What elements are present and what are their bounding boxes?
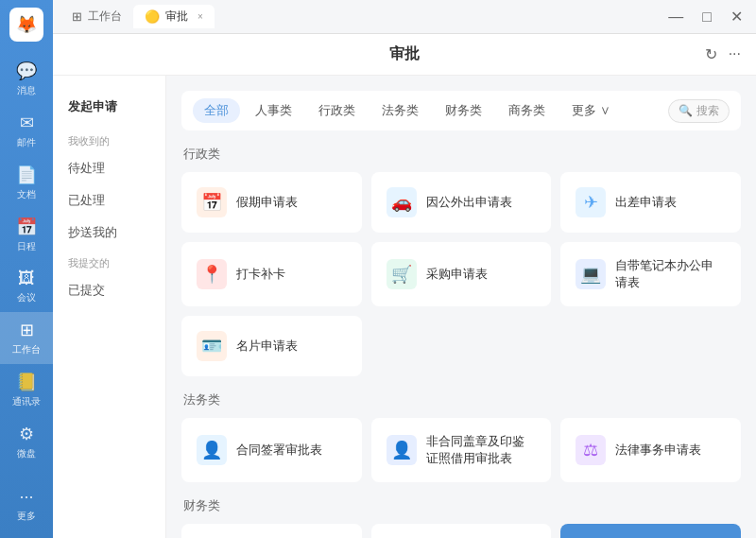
sidebar-item-mail[interactable]: ✉ 邮件 [0,105,53,157]
app-header: 审批 ↻ ··· [53,34,756,76]
search-placeholder: 搜索 [696,103,719,119]
filter-tab-all[interactable]: 全部 [193,98,240,123]
card-official-trip[interactable]: 🚗 因公外出申请表 [371,172,552,233]
meeting-icon: 🖼 [18,269,35,288]
filter-tab-admin[interactable]: 行政类 [307,98,367,123]
card-namecard[interactable]: 🪪 名片申请表 [181,316,362,376]
namecard-icon: 🪪 [197,331,227,361]
card-vacation[interactable]: 📅 假期申请表 [181,172,362,233]
minimize-button[interactable]: — [662,7,689,27]
right-content: 全部 人事类 行政类 法务类 财务类 商务类 更多 ∨ 🔍 搜索 行政类 📅 [166,76,756,538]
laptop-icon: 💻 [576,259,606,289]
search-icon: 🔍 [679,104,693,117]
sidebar-label-contacts: 通讯录 [12,395,41,408]
filter-tab-finance[interactable]: 财务类 [434,98,493,123]
more-actions-button[interactable]: ··· [729,45,741,63]
sidebar-label-workspace: 工作台 [12,343,41,356]
nav-item-processed[interactable]: 已处理 [53,184,165,217]
sidebar-item-meeting[interactable]: 🖼 会议 [0,261,53,312]
card-contract[interactable]: 👤 合同签署审批表 [181,418,362,482]
more-icon: ··· [19,487,33,507]
business-trip-icon: ✈ [576,187,606,217]
doc-icon: 📄 [16,165,37,185]
checkin-icon: 📍 [197,259,227,289]
card-official-trip-label: 因公外出申请表 [426,194,512,211]
card-laptop[interactable]: 💻 自带笔记本办公申请表 [560,242,741,306]
nav-item-pending[interactable]: 待处理 [53,152,165,184]
sidebar-item-disk[interactable]: ⚙ 微盘 [0,416,53,468]
card-namecard-label: 名片申请表 [236,338,298,355]
tab-workspace-label: 工作台 [88,9,122,25]
maximize-button[interactable]: □ [696,7,717,27]
card-checkin-label: 打卡补卡 [236,266,285,283]
card-archive[interactable]: ✅ 财务档案借用审批表 [560,524,741,538]
tab-approval-label: 审批 [165,9,188,25]
finance-card-grid: 💰 借款申请单 🏠 支出凭单 ✅ 财务档案借用审批表 ✈ 差旅费报销单 [181,524,741,538]
tab-approval[interactable]: 🟡 审批 × [133,5,215,28]
main-area: ⊞ 工作台 🟡 审批 × — □ ✕ 审批 ↻ ··· 发起申请 我收到的 待处… [53,0,756,538]
refresh-button[interactable]: ↻ [705,45,717,63]
category-legal: 法务类 👤 合同签署审批表 👤 非合同盖章及印鉴证照借用审批表 ⚖ 法律事务申请… [181,391,741,482]
sidebar-item-more[interactable]: ··· 更多 [0,479,53,530]
card-expense[interactable]: 🏠 支出凭单 [371,524,552,538]
nav-item-submitted[interactable]: 已提交 [53,274,165,306]
card-seal[interactable]: 👤 非合同盖章及印鉴证照借用审批表 [371,418,552,482]
workspace-tab-icon: ⊞ [72,9,82,24]
sidebar-label-mail: 邮件 [17,136,36,149]
card-business-trip-label: 出差申请表 [615,194,677,211]
card-loan[interactable]: 💰 借款申请单 [181,524,362,538]
approval-tab-icon: 🟡 [145,9,160,24]
category-finance: 财务类 💰 借款申请单 🏠 支出凭单 ✅ 财务档案借用审批表 [181,497,741,538]
titlebar-controls: — □ ✕ [662,6,748,27]
disk-icon: ⚙ [19,424,34,444]
card-legal-label: 法律事务申请表 [615,442,701,459]
content-area: 发起申请 我收到的 待处理 已处理 抄送我的 我提交的 已提交 全部 人事类 行… [53,76,756,538]
official-trip-icon: 🚗 [387,187,417,217]
filter-tab-hr[interactable]: 人事类 [244,98,303,123]
titlebar: ⊞ 工作台 🟡 审批 × — □ ✕ [53,0,756,34]
purchase-icon: 🛒 [387,259,417,289]
app-logo: 🦊 [9,8,43,42]
sidebar-item-calendar[interactable]: 📅 日程 [0,209,53,261]
filter-tab-more[interactable]: 更多 ∨ [560,98,622,123]
filter-bar: 全部 人事类 行政类 法务类 财务类 商务类 更多 ∨ 🔍 搜索 [181,91,741,130]
contract-icon: 👤 [197,435,227,465]
workspace-icon: ⊞ [20,320,34,340]
mail-icon: ✉ [20,113,34,133]
filter-tab-legal[interactable]: 法务类 [370,98,430,123]
category-legal-title: 法务类 [181,391,741,408]
calendar-icon: 📅 [16,217,37,237]
card-purchase[interactable]: 🛒 采购申请表 [371,242,552,306]
filter-tab-business[interactable]: 商务类 [497,98,557,123]
header-actions: ↻ ··· [705,45,741,63]
close-button[interactable]: ✕ [725,6,748,27]
nav-item-cc[interactable]: 抄送我的 [53,217,165,249]
vacation-icon: 📅 [197,187,227,217]
sidebar-label-more: 更多 [17,510,36,523]
card-legal[interactable]: ⚖ 法律事务申请表 [560,418,741,482]
sidebar-item-contacts[interactable]: 📒 通讯录 [0,364,53,416]
tab-workspace[interactable]: ⊞ 工作台 [60,5,133,28]
card-checkin[interactable]: 📍 打卡补卡 [181,242,362,306]
category-admin-title: 行政类 [181,146,741,163]
sidebar-item-workspace[interactable]: ⊞ 工作台 [0,312,53,364]
card-purchase-label: 采购申请表 [426,266,488,283]
card-business-trip[interactable]: ✈ 出差申请表 [560,172,741,233]
left-nav-group-submitted: 我提交的 [53,249,165,274]
category-admin: 行政类 📅 假期申请表 🚗 因公外出申请表 ✈ 出差申请表 [181,146,741,376]
card-seal-label: 非合同盖章及印鉴证照借用审批表 [426,433,537,467]
sidebar-item-message[interactable]: 💬 消息 [0,53,53,105]
search-box[interactable]: 🔍 搜索 [668,99,730,123]
sidebar: 🦊 💬 消息 ✉ 邮件 📄 文档 📅 日程 🖼 会议 ⊞ 工作台 📒 通讯录 ⚙… [0,0,53,538]
left-nav-group-received: 我收到的 [53,127,165,152]
sidebar-label-meeting: 会议 [17,291,36,304]
legal-card-grid: 👤 合同签署审批表 👤 非合同盖章及印鉴证照借用审批表 ⚖ 法律事务申请表 [181,418,741,482]
sidebar-item-doc[interactable]: 📄 文档 [0,157,53,209]
sidebar-label-doc: 文档 [17,188,36,201]
contacts-icon: 📒 [16,372,37,392]
sidebar-label-calendar: 日程 [17,240,36,253]
tab-close-button[interactable]: × [198,11,203,22]
sidebar-label-disk: 微盘 [17,447,36,460]
left-nav-title: 发起申请 [53,91,165,127]
message-icon: 💬 [16,61,37,81]
